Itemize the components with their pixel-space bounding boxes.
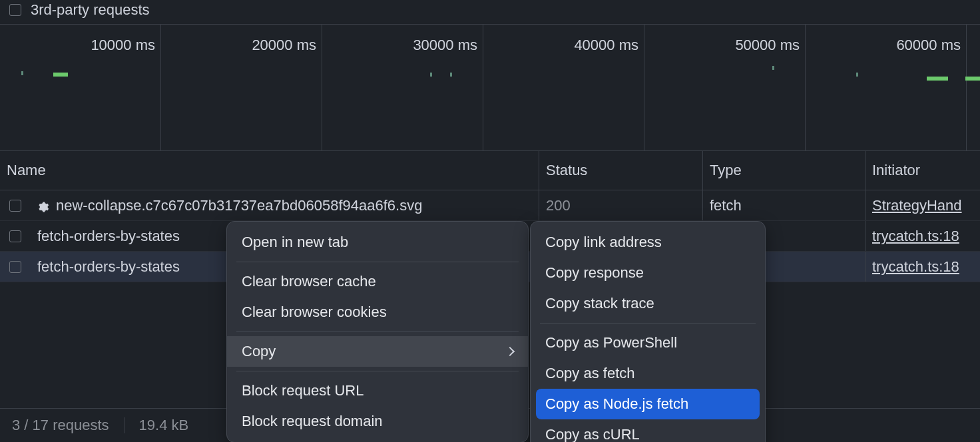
- context-menu: Open in new tab Clear browser cache Clea…: [226, 221, 529, 442]
- request-name: new-collapse.c7c67c07b31737ea7bd06058f94…: [56, 197, 422, 214]
- timeline-tick-label: 50000 ms: [735, 37, 800, 54]
- menu-separator: [236, 332, 519, 332]
- timeline-marker: [21, 71, 23, 75]
- timeline-tick-label: 10000 ms: [91, 37, 155, 54]
- timeline-bar: [53, 73, 68, 77]
- timeline-tick-label: 20000 ms: [252, 37, 316, 54]
- timeline[interactable]: 10000 ms 20000 ms 30000 ms 40000 ms 5000…: [0, 25, 980, 151]
- column-header-name[interactable]: Name: [0, 151, 539, 190]
- timeline-marker: [856, 73, 858, 77]
- network-table-header: Name Status Type Initiator: [0, 151, 980, 190]
- request-type: fetch: [703, 190, 865, 220]
- submenu-copy-stack-trace[interactable]: Copy stack trace: [531, 288, 765, 319]
- timeline-marker: [430, 73, 432, 77]
- copy-submenu: Copy link address Copy response Copy sta…: [530, 221, 766, 442]
- row-checkbox[interactable]: [9, 200, 21, 212]
- request-initiator[interactable]: trycatch.ts:18: [865, 252, 980, 282]
- submenu-copy-as-curl[interactable]: Copy as cURL: [531, 419, 765, 442]
- menu-clear-cache[interactable]: Clear browser cache: [227, 266, 528, 297]
- menu-copy[interactable]: Copy: [227, 336, 528, 367]
- status-separator: [124, 417, 124, 433]
- submenu-copy-response[interactable]: Copy response: [531, 258, 765, 288]
- menu-block-domain[interactable]: Block request domain: [227, 406, 528, 437]
- chevron-right-icon: [505, 347, 515, 356]
- third-party-checkbox[interactable]: [9, 4, 21, 16]
- request-name: fetch-orders-by-states: [37, 228, 180, 245]
- column-header-initiator[interactable]: Initiator: [865, 151, 980, 190]
- menu-open-new-tab[interactable]: Open in new tab: [227, 227, 528, 258]
- submenu-copy-link-address[interactable]: Copy link address: [531, 227, 765, 258]
- request-name: fetch-orders-by-states: [37, 258, 180, 276]
- timeline-marker: [772, 66, 774, 70]
- network-row[interactable]: new-collapse.c7c67c07b31737ea7bd06058f94…: [0, 190, 980, 221]
- timeline-tick-label: 30000 ms: [413, 37, 477, 54]
- timeline-tick-label: 40000 ms: [574, 37, 638, 54]
- timeline-tick-label: 60000 ms: [896, 37, 961, 54]
- third-party-label: 3rd-party requests: [31, 1, 150, 19]
- filter-bar: 3rd-party requests: [0, 0, 980, 25]
- request-initiator[interactable]: StrategyHand: [865, 190, 980, 220]
- status-transfer-size: 19.4 kB: [139, 417, 189, 434]
- request-status: 200: [539, 190, 703, 220]
- menu-separator: [236, 262, 519, 262]
- status-requests-count: 3 / 17 requests: [12, 417, 109, 434]
- column-header-type[interactable]: Type: [703, 151, 865, 190]
- menu-separator: [236, 371, 519, 371]
- menu-clear-cookies[interactable]: Clear browser cookies: [227, 297, 528, 328]
- row-checkbox[interactable]: [9, 261, 21, 273]
- submenu-copy-as-fetch[interactable]: Copy as fetch: [531, 358, 765, 389]
- timeline-bar: [965, 77, 980, 81]
- row-checkbox[interactable]: [9, 230, 21, 242]
- submenu-copy-as-node-fetch[interactable]: Copy as Node.js fetch: [536, 389, 760, 419]
- timeline-bar: [927, 77, 948, 81]
- gear-icon: [37, 200, 49, 212]
- submenu-copy-as-powershell[interactable]: Copy as PowerShell: [531, 328, 765, 358]
- timeline-marker: [450, 73, 452, 77]
- menu-block-url[interactable]: Block request URL: [227, 375, 528, 406]
- column-header-status[interactable]: Status: [539, 151, 703, 190]
- menu-separator: [540, 323, 756, 324]
- menu-copy-label: Copy: [242, 343, 276, 360]
- request-initiator[interactable]: trycatch.ts:18: [865, 221, 980, 251]
